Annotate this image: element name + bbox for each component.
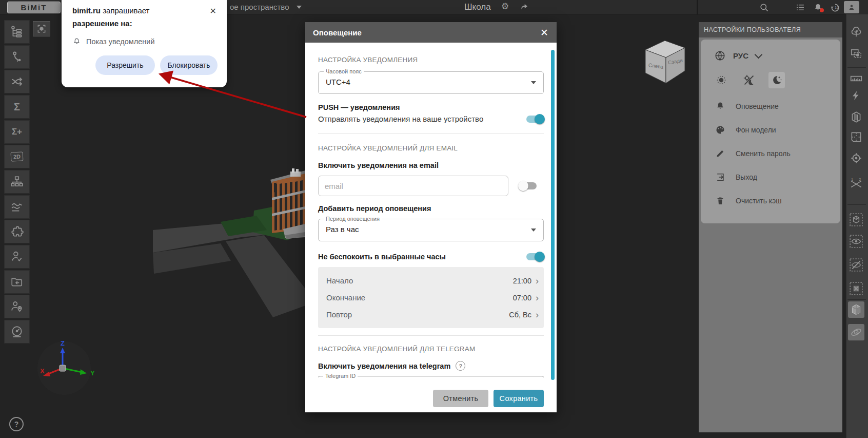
section-telegram-setup: НАСТРОЙКА УВЕДОМЛЕНИЙ ДЛЯ TELEGRAM — [318, 345, 544, 353]
topbar-divider — [697, 0, 698, 14]
help-icon[interactable]: ? — [456, 361, 465, 371]
notification-badge — [820, 8, 824, 12]
email-input[interactable] — [318, 176, 508, 196]
menu-item-change-password[interactable]: Сменить пароль — [701, 142, 840, 165]
menu-item-clear-cache[interactable]: Очистить кэш — [701, 189, 840, 213]
toolbar-compare-button[interactable]: 1 2 — [848, 176, 864, 192]
dnd-repeat-row[interactable]: Повтор Сб, Вс › — [326, 306, 539, 323]
sigma-plus-icon: Σ+ — [12, 127, 22, 137]
period-select[interactable]: Период оповещения Раз в час — [318, 219, 544, 241]
eye-icon — [849, 234, 863, 249]
site-name: bimit.ru — [72, 6, 101, 15]
toolbar-floorplan-button[interactable] — [848, 129, 864, 145]
sidebar-tool-org-chart[interactable] — [4, 170, 30, 194]
focus-selection-button[interactable] — [33, 21, 50, 36]
toolbar-clash-flash-button[interactable] — [848, 87, 864, 104]
push-description: Отправлять уведомления на ваше устройств… — [318, 115, 483, 123]
save-button[interactable]: Сохранить — [494, 390, 544, 407]
axis-z-label: Z — [61, 339, 65, 347]
search-icon[interactable] — [759, 3, 769, 12]
timezone-select[interactable]: Часовой пояс UTC+4 — [318, 71, 544, 94]
block-button[interactable]: Блокировать — [160, 55, 218, 75]
sidebar-tool-sigma[interactable]: Σ — [4, 95, 30, 119]
toolbar-locate-button[interactable] — [848, 150, 864, 166]
row-label: Повтор — [326, 310, 352, 319]
toolbar-hide-button[interactable] — [848, 257, 864, 273]
sidebar-tool-user-location[interactable] — [4, 295, 30, 318]
menu-item-label: Фон модели — [736, 126, 776, 134]
toolbar-shaded-view-button[interactable] — [848, 301, 864, 318]
sigma-icon: Σ — [14, 101, 20, 113]
svg-text:2: 2 — [859, 178, 861, 181]
palette-icon — [715, 125, 725, 135]
dnd-schedule-panel: Начало 21:00 › Окончание 07:00 › Повтор … — [318, 267, 544, 328]
sidebar-tool-trend-chart[interactable] — [4, 195, 30, 219]
push-toggle[interactable] — [526, 116, 544, 123]
solid-cube-icon — [850, 303, 863, 316]
language-selector[interactable]: РУС — [701, 40, 840, 62]
toolbar-section-box-button[interactable] — [848, 109, 864, 125]
theme-auto-button[interactable] — [741, 72, 757, 88]
toolbar-environment-button[interactable] — [848, 24, 864, 40]
allow-button[interactable]: Разрешить — [95, 55, 155, 75]
sidebar-tool-branch[interactable] — [4, 45, 30, 69]
floor-plan-icon — [850, 130, 863, 144]
dnd-toggle[interactable] — [526, 253, 544, 260]
bimit-logo: BiMiT — [7, 2, 61, 13]
dialog-body: НАСТРОЙКА УВЕДОМЛЕНИЯ Часовой пояс UTC+4… — [305, 43, 557, 384]
list-icon[interactable] — [795, 3, 805, 12]
menu-item-logout[interactable]: Выход — [701, 165, 840, 189]
telegram-id-label: Telegram ID — [323, 373, 358, 379]
navigation-cube[interactable]: Слева Сзади — [636, 36, 693, 87]
toolbar-isolate-object-button[interactable] — [848, 212, 864, 228]
close-icon[interactable]: ✕ — [540, 28, 557, 37]
sidebar-tool-sigma-plus[interactable]: Σ+ — [4, 120, 30, 144]
modal-scrollbar[interactable] — [551, 50, 555, 380]
bimit-app: Слева Сзади Z X Y BiMiT ое пространство … — [0, 0, 868, 438]
telegram-id-field[interactable]: Telegram ID — [318, 376, 544, 383]
menu-item-label: Выход — [736, 173, 757, 181]
menu-item-notifications[interactable]: Оповещение — [701, 94, 840, 118]
dnd-title: Не беспокоить в выбранные часы — [318, 253, 446, 261]
permission-request-line2: разрешение на: — [72, 19, 132, 28]
menu-item-label: Сменить пароль — [736, 149, 791, 158]
workspace-label: ое пространство — [230, 3, 289, 11]
workspace-dropdown[interactable]: ое пространство — [230, 3, 302, 11]
theme-dark-button[interactable] — [768, 72, 785, 88]
history-count: 10 — [835, 6, 839, 9]
toolbar-measure-button[interactable] — [848, 70, 864, 87]
share-icon[interactable] — [519, 3, 529, 12]
person-pin-icon — [10, 300, 24, 313]
toolbar-orbit-button[interactable] — [848, 324, 864, 340]
dnd-end-row[interactable]: Окончание 07:00 › — [326, 289, 539, 306]
focus-hexagon-icon — [36, 24, 47, 34]
dnd-start-row[interactable]: Начало 21:00 › — [326, 272, 539, 289]
row-label: Окончание — [326, 293, 365, 302]
toolbar-clear-selection-button[interactable] — [848, 280, 864, 297]
sidebar-tool-structure-tree[interactable] — [4, 20, 30, 44]
sidebar-tool-shuffle[interactable] — [4, 70, 30, 93]
sidebar-tool-2d-view[interactable]: 2D — [4, 145, 30, 168]
email-toggle[interactable] — [519, 182, 537, 189]
sidebar-tool-plugins[interactable] — [4, 220, 30, 243]
x-box-icon — [849, 281, 863, 296]
menu-item-model-background[interactable]: Фон модели — [701, 118, 840, 142]
user-settings-card: РУС — [701, 40, 840, 223]
toolbar-selection-sets-button[interactable] — [848, 46, 864, 62]
cancel-button[interactable]: Отменить — [433, 390, 488, 407]
sidebar-tool-user-check[interactable] — [4, 245, 30, 269]
sidebar-tool-dashboard[interactable] — [4, 320, 30, 344]
sidebar-tool-folder-import[interactable] — [4, 270, 30, 294]
menu-item-label: Очистить кэш — [736, 197, 782, 205]
help-button[interactable]: ? — [9, 417, 24, 431]
toolbar-divider — [847, 67, 866, 68]
user-avatar-button[interactable] — [844, 1, 859, 13]
axis-x-label: X — [40, 367, 45, 375]
gear-icon[interactable]: ⚙ — [501, 1, 509, 12]
toolbar-show-button[interactable] — [848, 233, 864, 250]
theme-light-button[interactable] — [713, 72, 729, 88]
browser-permission-popup: bimit.ru запрашивает разрешение на: ✕ По… — [62, 0, 227, 87]
section-cube-icon — [850, 110, 863, 124]
close-icon[interactable]: ✕ — [210, 6, 216, 16]
period-title: Добавить период оповещения — [318, 204, 544, 213]
